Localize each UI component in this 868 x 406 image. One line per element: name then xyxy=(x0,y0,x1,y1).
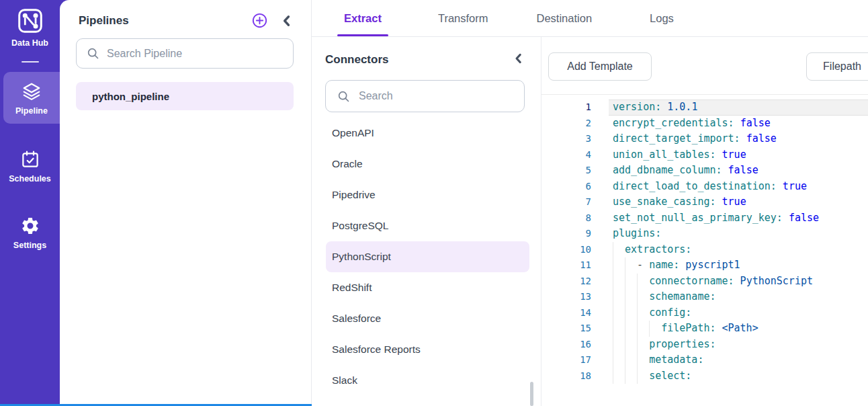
line-number: 16 xyxy=(541,337,609,353)
add-pipeline-button[interactable] xyxy=(251,12,268,29)
line-number: 14 xyxy=(541,305,609,321)
tab[interactable]: Logs xyxy=(640,0,683,36)
code-line-content: version: 1.0.1 xyxy=(609,99,868,116)
connector-list-item[interactable]: Oracle xyxy=(326,149,529,179)
line-number: 18 xyxy=(541,368,609,384)
code-line[interactable]: 1version: 1.0.1 xyxy=(541,99,868,116)
line-number: 15 xyxy=(541,321,609,337)
indent-guide xyxy=(613,289,625,305)
connector-search xyxy=(325,80,525,112)
sidebar-item-pipeline[interactable]: Pipeline xyxy=(3,72,60,124)
collapse-connectors-icon[interactable] xyxy=(513,52,525,68)
code-line[interactable]: 13schemaname: xyxy=(541,289,868,305)
line-number: 7 xyxy=(541,194,609,210)
indent-guide xyxy=(625,352,637,368)
code-line[interactable]: 15filePath: <Path> xyxy=(541,321,868,337)
code-line[interactable]: 11- name: pyscript1 xyxy=(541,257,868,274)
code-line-content: use_snake_casing: true xyxy=(609,194,868,210)
connector-search-input[interactable] xyxy=(359,90,516,102)
code-line[interactable]: 14config: xyxy=(541,305,868,321)
line-number: 1 xyxy=(541,99,609,116)
code-line[interactable]: 17metadata: xyxy=(541,352,868,368)
sidebar-item-label: Pipeline xyxy=(3,106,60,116)
search-icon xyxy=(86,46,100,60)
code-line[interactable]: 12connectorname: PythonScript xyxy=(541,274,868,290)
connector-list-item[interactable]: OpenAPI xyxy=(326,118,529,149)
connector-list-item[interactable]: Salesforce xyxy=(326,303,529,334)
indent-guide xyxy=(613,368,625,384)
main-area: Extract Transform Destination Logs Conne… xyxy=(312,0,868,406)
collapse-pipelines-icon[interactable] xyxy=(280,13,294,28)
connector-list-item[interactable]: RedShift xyxy=(326,272,529,303)
filepath-button[interactable]: Filepath xyxy=(806,52,868,81)
calendar-check-icon xyxy=(0,149,60,169)
sidebar: Data Hub Pipeline Schedules S xyxy=(0,0,60,406)
connector-name: Salesforce Reports xyxy=(332,343,421,356)
indent-guide xyxy=(613,337,625,353)
code-line-content: filePath: <Path> xyxy=(609,321,868,337)
indent-guide xyxy=(625,368,637,384)
code-line[interactable]: 5add_dbname_column: false xyxy=(541,163,868,179)
line-number: 6 xyxy=(541,179,609,195)
code-line[interactable]: 3direct_target_import: false xyxy=(541,131,868,147)
code-line[interactable]: 9plugins: xyxy=(541,226,868,242)
code-line[interactable]: 4union_all_tables: true xyxy=(541,147,868,163)
code-line-content: metadata: xyxy=(609,352,868,368)
tab[interactable]: Extract xyxy=(335,0,391,36)
pipeline-search-input[interactable] xyxy=(107,48,285,60)
app-logo[interactable]: Data Hub xyxy=(0,0,60,48)
indent-guide xyxy=(613,352,625,368)
indent-guide xyxy=(637,305,649,321)
connectors-scrollbar[interactable] xyxy=(530,382,533,406)
code-area[interactable]: 1version: 1.0.12encrypt_credentials: fal… xyxy=(541,94,868,406)
code-line-content: direct_target_import: false xyxy=(609,131,868,147)
indent-guide xyxy=(625,274,637,290)
line-number: 3 xyxy=(541,131,609,147)
connector-list-item[interactable]: PostgreSQL xyxy=(326,210,529,241)
tab[interactable]: Destination xyxy=(527,0,602,36)
connector-list-item[interactable]: Slack xyxy=(326,365,529,396)
indent-guide xyxy=(625,289,637,305)
line-number: 11 xyxy=(541,257,609,274)
layers-icon xyxy=(3,81,60,102)
indent-guide xyxy=(637,321,649,337)
indent-guide xyxy=(613,242,625,258)
code-line[interactable]: 6direct_load_to_destination: true xyxy=(541,179,868,195)
code-line-content: encrypt_credentials: false xyxy=(609,116,868,132)
line-number: 5 xyxy=(541,163,609,179)
connector-name: RedShift xyxy=(332,282,372,294)
indent-guide xyxy=(613,305,625,321)
code-line-content: config: xyxy=(609,305,868,321)
sidebar-item-settings[interactable]: Settings xyxy=(0,208,60,257)
code-line-content: schemaname: xyxy=(609,289,868,305)
sidebar-item-label: Settings xyxy=(0,241,60,250)
indent-guide xyxy=(637,337,649,353)
indent-guide xyxy=(637,368,649,384)
tab-bar: Extract Transform Destination Logs xyxy=(312,0,868,37)
code-line[interactable]: 8set_not_null_as_primary_key: false xyxy=(541,210,868,227)
code-line[interactable]: 7use_snake_casing: true xyxy=(541,194,868,210)
pipeline-list-item[interactable]: python_pipeline xyxy=(76,82,294,110)
connector-name: Oracle xyxy=(332,158,363,170)
connectors-panel: Connectors OpenAPI Oracle xyxy=(312,37,541,406)
editor-section: Add Template Filepath 1version: 1.0.12en… xyxy=(541,37,868,406)
code-line[interactable]: 2encrypt_credentials: false xyxy=(541,116,868,132)
code-line[interactable]: 10extractors: xyxy=(541,242,868,258)
pipeline-name: python_pipeline xyxy=(92,91,169,102)
tab-label: Destination xyxy=(537,12,593,25)
line-number: 9 xyxy=(541,226,609,242)
connector-list-item[interactable]: Pipedrive xyxy=(326,179,529,210)
sidebar-item-schedules[interactable]: Schedules xyxy=(0,141,60,190)
add-template-button[interactable]: Add Template xyxy=(548,52,652,81)
connector-list-item[interactable]: Salesforce Reports xyxy=(326,334,529,365)
indent-guide xyxy=(625,257,637,274)
indent-guide xyxy=(649,321,661,337)
code-line[interactable]: 16properties: xyxy=(541,337,868,353)
indent-guide xyxy=(637,289,649,305)
code-line[interactable]: 18select: xyxy=(541,368,868,384)
indent-guide xyxy=(613,257,625,274)
tab-label: Transform xyxy=(438,12,488,25)
tab[interactable]: Transform xyxy=(429,0,498,36)
connector-name: Salesforce xyxy=(332,313,381,325)
connector-list-item[interactable]: PythonScript xyxy=(326,241,529,272)
